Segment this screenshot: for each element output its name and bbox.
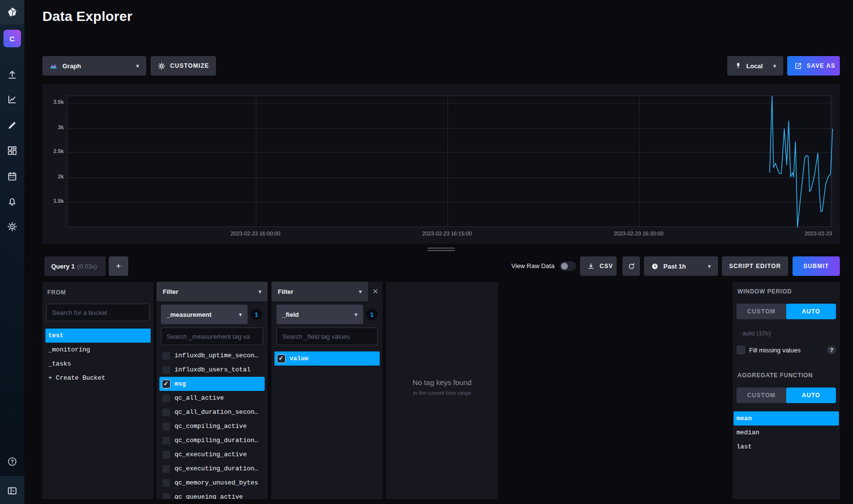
- x-tick: 2023-02-23 16:15:00: [422, 231, 472, 236]
- help-badge[interactable]: ?: [827, 346, 836, 354]
- measurement-row[interactable]: qc_all_duration_secon…: [159, 405, 265, 419]
- add-query-button[interactable]: +: [109, 256, 128, 276]
- measurement-row[interactable]: qc_executing_active: [159, 447, 265, 462]
- measurement-list: influxdb_uptime_secon… influxdb_users_to…: [156, 348, 268, 499]
- bucket-row[interactable]: + Create Bucket: [45, 371, 151, 385]
- measurement-row[interactable]: qc_memory_unused_bytes: [159, 476, 265, 490]
- aggregate-custom-button[interactable]: CUSTOM: [737, 388, 786, 403]
- measurement-search-input[interactable]: [161, 328, 263, 345]
- expand-sidebar-icon[interactable]: [0, 484, 24, 498]
- empty-subtitle: in the current time range: [386, 390, 498, 396]
- view-raw-data-toggle[interactable]: [560, 261, 576, 271]
- tag-key-dropdown[interactable]: _measurement: [161, 305, 248, 324]
- dashboards-grid-icon[interactable]: [0, 143, 24, 158]
- save-as-label: SAVE AS: [807, 62, 835, 69]
- filter-type-label: Filter: [278, 288, 293, 295]
- checkbox[interactable]: [162, 479, 170, 487]
- checkbox[interactable]: [162, 465, 170, 473]
- measurement-row[interactable]: qc_queueing_active: [159, 490, 265, 499]
- time-range-dropdown[interactable]: Past 1h: [644, 256, 718, 276]
- aggregate-function-row[interactable]: median: [734, 426, 839, 440]
- influxdb-logo-icon[interactable]: [0, 0, 24, 24]
- field-name: value: [290, 355, 309, 362]
- checkbox[interactable]: [277, 355, 285, 363]
- data-explorer-graph-icon[interactable]: [0, 92, 24, 107]
- local-dropdown[interactable]: Local: [727, 56, 783, 76]
- download-icon: [587, 262, 595, 271]
- bucket-row[interactable]: _tasks: [45, 357, 151, 371]
- tag-key-label: _field: [282, 311, 299, 318]
- field-search-input[interactable]: [277, 328, 377, 345]
- y-tick: 3k: [42, 124, 64, 130]
- measurement-name: influxdb_users_total: [174, 366, 251, 373]
- checkbox[interactable]: [162, 380, 170, 388]
- checkbox[interactable]: [162, 423, 170, 430]
- filter-type-label: Filter: [163, 288, 178, 295]
- checkbox[interactable]: [162, 437, 170, 445]
- y-tick: 2k: [42, 174, 64, 179]
- window-auto-button[interactable]: AUTO: [786, 304, 836, 319]
- user-avatar[interactable]: C: [3, 30, 21, 47]
- submit-label: SUBMIT: [803, 263, 829, 270]
- settings-gear-icon[interactable]: [0, 219, 24, 234]
- plot-area[interactable]: [67, 96, 832, 227]
- measurement-row[interactable]: influxdb_uptime_secon…: [159, 349, 265, 363]
- resize-drag-handle[interactable]: [427, 248, 455, 252]
- refresh-button[interactable]: [622, 256, 640, 276]
- data-explorer-screen: C ? Data Explorer: [0, 0, 853, 504]
- query-tab[interactable]: Query 1 (0.03s): [44, 256, 106, 276]
- measurement-name: qc_all_duration_secon…: [174, 408, 258, 416]
- measurement-row[interactable]: qc_compiling_duration…: [159, 433, 265, 447]
- checkbox[interactable]: [162, 451, 170, 459]
- page-title: Data Explorer: [42, 9, 133, 24]
- bucket-row[interactable]: test: [45, 329, 151, 343]
- tasks-calendar-icon[interactable]: [0, 169, 24, 184]
- bucket-name: _monitoring: [48, 346, 90, 353]
- time-range-label: Past 1h: [663, 263, 686, 270]
- view-raw-data-label: View Raw Data: [511, 262, 555, 270]
- checkbox[interactable]: [162, 493, 170, 500]
- measurement-row[interactable]: qc_compiling_active: [159, 419, 265, 433]
- measurement-row[interactable]: msg: [159, 377, 265, 391]
- aggregate-function-header: AGGREGATE FUNCTION: [737, 372, 813, 379]
- measurement-row[interactable]: qc_executing_duration…: [159, 462, 265, 476]
- tag-key-dropdown[interactable]: _field: [276, 305, 363, 324]
- aggregate-function-name: mean: [737, 415, 752, 422]
- measurement-name: influxdb_uptime_secon…: [174, 352, 258, 359]
- measurement-row[interactable]: qc_all_active: [159, 391, 265, 405]
- csv-button[interactable]: CSV: [580, 256, 617, 276]
- alerts-bell-icon[interactable]: [0, 194, 24, 209]
- bucket-search-input[interactable]: [47, 304, 149, 321]
- aggregate-auto-button[interactable]: AUTO: [786, 388, 836, 403]
- measurement-name: qc_queueing_active: [174, 493, 243, 499]
- chevron-down-icon: [359, 289, 362, 294]
- empty-tag-keys-panel: No tag keys found in the current time ra…: [386, 282, 498, 499]
- bucket-name: _tasks: [48, 360, 71, 368]
- checkbox[interactable]: [162, 352, 170, 360]
- window-custom-button[interactable]: CUSTOM: [737, 304, 786, 319]
- customize-button[interactable]: CUSTOMIZE: [151, 56, 216, 76]
- bucket-row[interactable]: _monitoring: [45, 343, 151, 357]
- upload-icon[interactable]: [0, 68, 24, 82]
- measurement-search: [161, 328, 263, 345]
- notebooks-pencil-icon[interactable]: [0, 118, 24, 133]
- help-icon[interactable]: ?: [0, 454, 24, 469]
- save-as-button[interactable]: SAVE AS: [787, 56, 840, 76]
- view-type-dropdown[interactable]: Graph: [42, 56, 146, 76]
- close-icon[interactable]: [371, 287, 380, 296]
- clock-icon: [651, 262, 659, 271]
- checkbox[interactable]: [162, 366, 170, 374]
- filter-type-dropdown[interactable]: Filter: [156, 282, 268, 301]
- measurement-row[interactable]: influxdb_users_total: [159, 363, 265, 377]
- aggregate-function-row[interactable]: mean: [734, 411, 839, 426]
- aggregate-function-row[interactable]: last: [734, 440, 839, 454]
- checkbox[interactable]: [162, 408, 170, 416]
- fill-missing-checkbox[interactable]: [737, 346, 745, 354]
- customize-label: CUSTOMIZE: [170, 62, 209, 69]
- checkbox[interactable]: [162, 394, 170, 402]
- script-editor-button[interactable]: SCRIPT EDITOR: [722, 256, 788, 276]
- fill-missing-label: Fill missing values: [749, 347, 800, 354]
- filter-type-dropdown[interactable]: Filter: [271, 282, 368, 301]
- submit-button[interactable]: SUBMIT: [793, 256, 840, 276]
- field-row[interactable]: value: [274, 351, 380, 366]
